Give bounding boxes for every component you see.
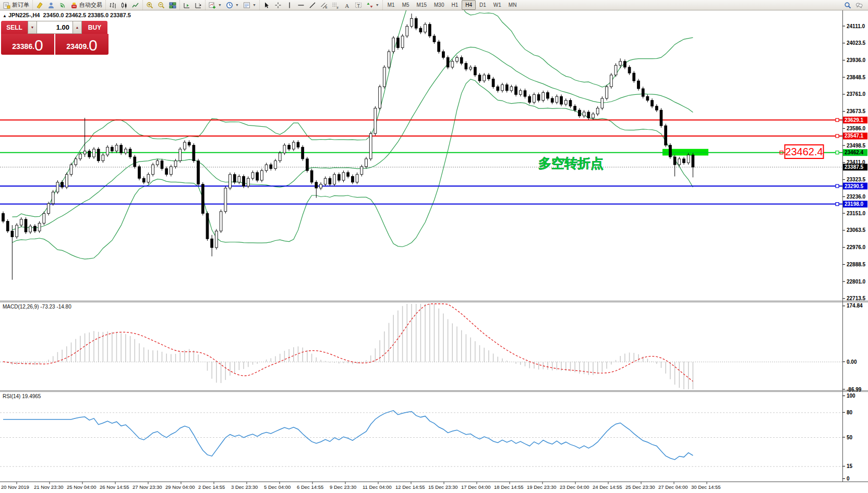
volume-increase-button[interactable]: ▲ — [73, 21, 82, 34]
horizontal-line-button[interactable] — [295, 0, 307, 10]
hline-anchor[interactable] — [836, 134, 839, 138]
new-order-button[interactable]: 新订单 — [1, 0, 31, 10]
timeframe-toolbar: M1M5M15M30H1H4D1W1MN — [382, 0, 522, 10]
buy-button[interactable]: BUY — [82, 21, 107, 34]
svg-text:80: 80 — [847, 410, 853, 415]
signals-button[interactable] — [57, 0, 68, 10]
vertical-line-button[interactable] — [284, 0, 295, 10]
profiles-icon — [47, 2, 55, 9]
tab-timeframe-m1[interactable]: M1 — [384, 0, 399, 10]
periods-button[interactable]: ▼ — [224, 0, 241, 10]
svg-text:23629.1: 23629.1 — [845, 117, 864, 123]
chevron-down-icon[interactable]: ▼ — [235, 3, 239, 7]
ohlc-values: 23450.0 23462.5 23385.0 23387.5 — [43, 12, 131, 18]
zoom-in-button[interactable] — [144, 0, 155, 10]
tab-timeframe-d1[interactable]: D1 — [476, 0, 490, 10]
svg-text:22976.0: 22976.0 — [847, 244, 866, 250]
toolbar-group: 新订单 — [0, 0, 32, 10]
svg-text:23462.4: 23462.4 — [845, 150, 864, 155]
svg-text:11 Dec 04:00: 11 Dec 04:00 — [363, 484, 392, 490]
buy-price-display[interactable]: 23409.0 — [55, 34, 108, 55]
volume-input[interactable]: 1.00 — [37, 21, 73, 34]
svg-text:5 Dec 04:00: 5 Dec 04:00 — [264, 484, 291, 490]
svg-text:17 Dec 04:00: 17 Dec 04:00 — [461, 484, 491, 490]
sell-button[interactable]: SELL — [1, 21, 28, 34]
chart-shift-button[interactable] — [192, 0, 204, 10]
svg-text:15: 15 — [847, 463, 853, 469]
fibonacci-button[interactable]: F — [330, 0, 341, 10]
arrows-button[interactable]: ▼ — [364, 0, 381, 10]
toolbar-group — [105, 0, 142, 10]
highlighter-button[interactable] — [34, 0, 45, 10]
svg-text:15 Dec 23:30: 15 Dec 23:30 — [428, 484, 458, 490]
candle-chart-icon — [120, 2, 128, 9]
svg-text:0.00: 0.00 — [847, 359, 857, 365]
cursor-icon — [263, 2, 270, 9]
chat-button[interactable] — [853, 0, 865, 10]
hline-anchor[interactable] — [836, 203, 839, 206]
hline-anchor[interactable] — [836, 118, 839, 121]
axis-label-23290.5: 23290.5 — [843, 183, 867, 190]
svg-text:22713.5: 22713.5 — [847, 295, 866, 301]
annotation-text[interactable]: 多空转折点 — [538, 156, 604, 170]
tab-timeframe-mn[interactable]: MN — [505, 0, 521, 10]
hline-anchor[interactable] — [836, 184, 839, 188]
tab-timeframe-h1[interactable]: H1 — [448, 0, 462, 10]
toolbar-group: EFAT▼ — [259, 0, 382, 10]
tab-timeframe-m15[interactable]: M15 — [413, 0, 430, 10]
indicators-icon — [209, 2, 216, 9]
svg-text:23547.1: 23547.1 — [845, 133, 864, 139]
svg-text:T: T — [357, 3, 360, 8]
autotrading-button[interactable]: 自动交易 — [68, 0, 104, 10]
svg-text:0: 0 — [847, 476, 850, 482]
tab-timeframe-m30[interactable]: M30 — [430, 0, 448, 10]
tab-timeframe-m5[interactable]: M5 — [399, 0, 413, 10]
axis-label-23629.1: 23629.1 — [843, 117, 867, 124]
trendline-button[interactable] — [307, 0, 318, 10]
volume-decrease-button[interactable]: ▼ — [28, 21, 37, 34]
axis-label-current-price: 23387.5 — [843, 164, 867, 170]
chart-symbol-title: ▲JPN225-,H4 23450.0 23462.5 23385.0 2338… — [3, 12, 131, 18]
search-button[interactable] — [842, 0, 853, 10]
autotrading-icon — [70, 2, 78, 9]
auto-scroll-icon — [183, 2, 190, 9]
chart-canvas: 多空转折点23462.424111.024023.523936.023848.5… — [0, 0, 868, 493]
chevron-down-icon[interactable]: ▼ — [252, 3, 256, 7]
equidistant-channel-icon: E — [320, 2, 328, 9]
sell-price-display[interactable]: 23386.0 — [1, 34, 54, 55]
chart-shift-icon — [195, 2, 202, 9]
candle-chart-button[interactable] — [118, 0, 130, 10]
indicators-button[interactable]: ▼ — [207, 0, 224, 10]
text-label-button[interactable]: T — [353, 0, 364, 10]
svg-text:25 Dec 23:30: 25 Dec 23:30 — [625, 484, 655, 490]
chevron-down-icon[interactable]: ▼ — [376, 3, 379, 7]
crosshair-button[interactable] — [272, 0, 284, 10]
svg-text:23151.0: 23151.0 — [847, 211, 866, 216]
toolbar-group: ▼▼▼ — [205, 0, 259, 10]
chevron-down-icon[interactable]: ▼ — [218, 3, 222, 7]
svg-text:19 Dec 23:30: 19 Dec 23:30 — [527, 484, 557, 490]
cursor-button[interactable] — [261, 0, 272, 10]
search-icon — [844, 2, 851, 9]
svg-text:23387.5: 23387.5 — [845, 164, 864, 170]
hline-anchor[interactable] — [836, 151, 839, 154]
price-callout-label[interactable]: 23462.4 — [780, 145, 824, 158]
one-click-trading-panel: SELL ▼ 1.00 ▲ BUY 23386.0 23409.0 — [1, 21, 108, 55]
collapse-panel-icon[interactable]: ▲ — [3, 14, 7, 18]
highlighter-icon — [36, 2, 43, 9]
auto-scroll-button[interactable] — [181, 0, 192, 10]
main-toolbar: 新订单自动交易▼▼▼EFAT▼M1M5M15M30H1H4D1W1MN — [0, 0, 868, 10]
line-chart-button[interactable] — [130, 0, 141, 10]
profiles-button[interactable] — [45, 0, 57, 10]
equidistant-channel-button[interactable]: E — [318, 0, 330, 10]
svg-text:27 Nov 23:30: 27 Nov 23:30 — [132, 484, 162, 490]
tab-timeframe-w1[interactable]: W1 — [490, 0, 505, 10]
svg-text:22888.5: 22888.5 — [847, 262, 866, 267]
templates-button[interactable]: ▼ — [241, 0, 258, 10]
tab-timeframe-h4[interactable]: H4 — [462, 0, 476, 10]
text-button[interactable]: A — [341, 0, 353, 10]
bar-chart-button[interactable] — [107, 0, 118, 10]
svg-text:24 Dec 14:55: 24 Dec 14:55 — [593, 484, 622, 490]
zoom-out-button[interactable] — [155, 0, 167, 10]
tile-windows-button[interactable] — [167, 0, 178, 10]
